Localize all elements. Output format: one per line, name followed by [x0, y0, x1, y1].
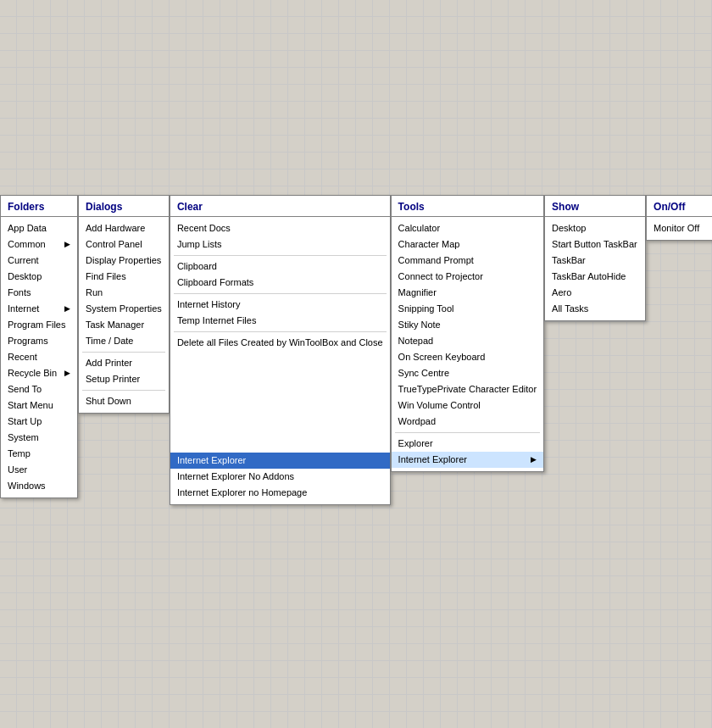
- tools-snipping[interactable]: Snipping Tool: [392, 301, 543, 317]
- clear-internethistory[interactable]: Internet History: [170, 297, 390, 313]
- onoff-header: On/Off: [647, 199, 712, 217]
- folders-recyclebin[interactable]: Recycle Bin ▶: [1, 365, 77, 381]
- dialogs-addprinter[interactable]: Add Printer: [79, 355, 169, 371]
- tools-magnifier[interactable]: Magnifier: [392, 285, 543, 301]
- tools-stikynote[interactable]: Stiky Note: [392, 317, 543, 333]
- tools-sep1: [395, 432, 540, 433]
- clear-ie-noaddons[interactable]: Internet Explorer No Addons: [170, 469, 390, 485]
- clear-sep1: [174, 255, 387, 256]
- tools-ie[interactable]: Internet Explorer ▶: [392, 452, 543, 468]
- tools-synccentre[interactable]: Sync Centre: [392, 365, 543, 381]
- folders-common[interactable]: Common ▶: [1, 236, 77, 253]
- dialogs-taskmgr[interactable]: Task Manager: [79, 317, 169, 333]
- show-taskbarautohide[interactable]: TaskBar AutoHide: [545, 269, 645, 285]
- dialogs-shutdown[interactable]: Shut Down: [79, 393, 169, 409]
- folders-internet[interactable]: Internet ▶: [1, 301, 77, 317]
- dialogs-findfiles[interactable]: Find Files: [79, 269, 169, 285]
- clear-clipboardformats[interactable]: Clipboard Formats: [170, 275, 390, 291]
- tools-explorer[interactable]: Explorer: [392, 436, 543, 452]
- tools-truetype[interactable]: TrueTypePrivate Character Editor: [392, 381, 543, 397]
- tools-header: Tools: [392, 199, 543, 217]
- clear-ie-nohomepage[interactable]: Internet Explorer no Homepage: [170, 485, 390, 501]
- show-taskbar[interactable]: TaskBar: [545, 253, 645, 269]
- tools-projector[interactable]: Connect to Projector: [392, 269, 543, 285]
- dialogs-sep1: [82, 352, 165, 353]
- show-alltasks[interactable]: All Tasks: [545, 301, 645, 317]
- clear-tempinternet[interactable]: Temp Internet Files: [170, 313, 390, 329]
- onoff-menu: On/Off Monitor Off: [646, 195, 712, 241]
- tools-menu: Tools Calculator Character Map Command P…: [391, 195, 544, 472]
- folders-user[interactable]: User: [1, 462, 77, 478]
- tools-cmdprompt[interactable]: Command Prompt: [392, 253, 543, 269]
- tools-notepad[interactable]: Notepad: [392, 333, 543, 349]
- tools-osk[interactable]: On Screen Keyboard: [392, 349, 543, 365]
- clear-jumplists[interactable]: Jump Lists: [170, 236, 390, 253]
- folders-startmenu[interactable]: Start Menu: [1, 397, 77, 414]
- folders-system[interactable]: System: [1, 430, 77, 446]
- internet-arrow: ▶: [64, 302, 70, 316]
- folders-fonts[interactable]: Fonts: [1, 285, 77, 301]
- folders-menu: Folders App Data Common ▶ Current Deskto…: [0, 195, 78, 498]
- dialogs-run[interactable]: Run: [79, 285, 169, 301]
- folders-windows[interactable]: Windows: [1, 478, 77, 494]
- tools-charmap[interactable]: Character Map: [392, 236, 543, 253]
- clear-header: Clear: [170, 199, 390, 217]
- onoff-monitoroff[interactable]: Monitor Off: [647, 220, 712, 236]
- dialogs-systemprops[interactable]: System Properties: [79, 301, 169, 317]
- folders-appdata[interactable]: App Data: [1, 220, 77, 236]
- show-desktop[interactable]: Desktop: [545, 220, 645, 236]
- clear-sep2: [174, 293, 387, 294]
- folders-sendto[interactable]: Send To: [1, 381, 77, 397]
- dialogs-sep2: [82, 390, 165, 391]
- clear-clipboard[interactable]: Clipboard: [170, 258, 390, 275]
- clear-sep3: [174, 331, 387, 332]
- folders-startup[interactable]: Start Up: [1, 414, 77, 430]
- clear-menu: Clear Recent Docs Jump Lists Clipboard C…: [170, 195, 391, 505]
- folders-header: Folders: [1, 199, 77, 217]
- folders-temp[interactable]: Temp: [1, 446, 77, 462]
- folders-programfiles[interactable]: Program Files: [1, 317, 77, 333]
- menu-bar: Folders App Data Common ▶ Current Deskto…: [0, 195, 712, 505]
- dialogs-controlpanel[interactable]: Control Panel: [79, 236, 169, 253]
- dialogs-menu: Dialogs Add Hardware Control Panel Displ…: [78, 195, 170, 414]
- recyclebin-arrow: ▶: [64, 366, 70, 381]
- tools-wordpad[interactable]: Wordpad: [392, 414, 543, 430]
- folders-recent[interactable]: Recent: [1, 349, 77, 365]
- folders-programs[interactable]: Programs: [1, 333, 77, 349]
- show-header: Show: [545, 199, 645, 217]
- common-arrow: ▶: [64, 237, 70, 252]
- dialogs-setupprinter[interactable]: Setup Printer: [79, 371, 169, 387]
- folders-desktop[interactable]: Desktop: [1, 269, 77, 285]
- clear-ie[interactable]: Internet Explorer: [170, 453, 390, 469]
- tools-calculator[interactable]: Calculator: [392, 220, 543, 236]
- dialogs-displayprops[interactable]: Display Properties: [79, 253, 169, 269]
- dialogs-header: Dialogs: [79, 199, 169, 217]
- dialogs-addhardware[interactable]: Add Hardware: [79, 220, 169, 236]
- show-menu: Show Desktop Start Button TaskBar TaskBa…: [544, 195, 646, 321]
- clear-recentdocs[interactable]: Recent Docs: [170, 220, 390, 236]
- show-aero[interactable]: Aero: [545, 285, 645, 301]
- tools-volume[interactable]: Win Volume Control: [392, 397, 543, 414]
- show-startbtn[interactable]: Start Button TaskBar: [545, 236, 645, 253]
- folders-current[interactable]: Current: [1, 253, 77, 269]
- dialogs-timedate[interactable]: Time / Date: [79, 333, 169, 349]
- clear-deleteall[interactable]: Delete all Files Created by WinToolBox a…: [170, 335, 390, 351]
- ie-arrow: ▶: [531, 453, 537, 467]
